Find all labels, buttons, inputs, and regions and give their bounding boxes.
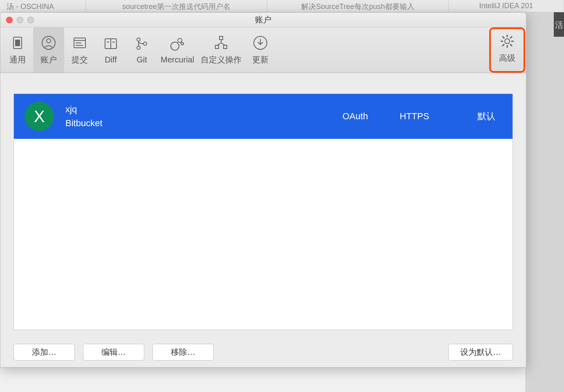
background-sidebar: [525, 12, 564, 392]
accounts-content: X xjq Bitbucket OAuth HTTPS 默认 添加… 编辑… 移…: [0, 73, 526, 367]
spacer: [222, 344, 440, 361]
svg-point-16: [178, 38, 182, 42]
tab-label: 自定义操作: [201, 54, 242, 65]
git-icon: [134, 36, 150, 52]
button-bar: 添加… 编辑… 移除… 设为默认…: [13, 330, 513, 361]
mercurial-icon: [169, 36, 186, 52]
edit-button[interactable]: 编辑…: [83, 344, 144, 361]
tab-label: Mercurial: [161, 55, 194, 65]
tab-label: 提交: [72, 54, 88, 65]
account-columns: OAuth HTTPS 默认: [342, 110, 502, 122]
svg-point-3: [47, 39, 51, 43]
window-titlebar[interactable]: 账户: [0, 13, 526, 27]
set-default-button[interactable]: 设为默认…: [448, 344, 513, 361]
svg-rect-19: [215, 45, 219, 49]
diff-icon: [103, 36, 119, 52]
account-username: xjq: [65, 104, 331, 115]
update-icon: [252, 35, 269, 51]
background-browser-tabs: 汤 - OSCHINA sourcetree第一次推送代码用户名 解决Sourc…: [0, 0, 564, 12]
tab-general[interactable]: 通用: [2, 27, 33, 73]
svg-point-15: [171, 42, 179, 50]
tab-label: Diff: [105, 55, 117, 65]
account-info: xjq Bitbucket: [65, 104, 331, 129]
remove-button[interactable]: 移除…: [152, 344, 214, 361]
gear-icon: [499, 33, 515, 49]
tab-git[interactable]: Git: [126, 27, 157, 73]
bg-tab[interactable]: IntelliJ IDEA 201: [449, 0, 564, 12]
svg-point-17: [181, 42, 184, 45]
svg-rect-1: [15, 40, 20, 46]
tab-accounts[interactable]: 账户: [33, 27, 64, 73]
svg-point-22: [505, 39, 510, 44]
svg-rect-18: [219, 36, 223, 40]
tab-diff[interactable]: Diff: [95, 27, 126, 73]
tab-label: 通用: [9, 54, 26, 65]
svg-point-13: [137, 46, 140, 49]
annotation-highlight: 高级: [489, 27, 525, 73]
toolbar-spacer: [276, 27, 489, 73]
tab-update[interactable]: 更新: [245, 27, 276, 73]
background-sidebar-dark: 活: [554, 12, 564, 37]
commit-icon: [72, 35, 88, 51]
tab-label: 高级: [499, 53, 515, 64]
add-button[interactable]: 添加…: [13, 344, 75, 361]
window-title: 账户: [0, 14, 526, 25]
preferences-window: 账户 通用 账户 提交 Diff: [0, 12, 526, 368]
account-auth: OAuth: [342, 111, 383, 122]
tab-label: 账户: [40, 54, 57, 65]
bg-tab[interactable]: 汤 - OSCHINA: [0, 0, 86, 12]
tab-label: 更新: [252, 54, 269, 65]
account-protocol: HTTPS: [400, 111, 461, 122]
account-row[interactable]: X xjq Bitbucket OAuth HTTPS 默认: [14, 94, 513, 139]
account-service: Bitbucket: [65, 118, 331, 129]
account-default-label: 默认: [477, 110, 502, 122]
general-icon: [9, 35, 26, 51]
svg-rect-20: [224, 45, 227, 49]
preferences-toolbar: 通用 账户 提交 Diff Git: [0, 27, 526, 73]
tab-commit[interactable]: 提交: [64, 27, 95, 73]
svg-point-12: [137, 38, 140, 41]
bg-tab[interactable]: 解决SourceTree每次push都要输入: [267, 0, 449, 12]
tab-mercurial[interactable]: Mercurial: [157, 27, 197, 73]
bg-tab[interactable]: sourcetree第一次推送代码用户名: [86, 0, 267, 12]
custom-actions-icon: [213, 35, 229, 51]
accounts-icon: [40, 35, 57, 51]
tab-advanced[interactable]: 高级: [492, 30, 523, 67]
tab-label: Git: [137, 55, 147, 65]
accounts-list[interactable]: X xjq Bitbucket OAuth HTTPS 默认: [13, 94, 513, 330]
avatar: X: [25, 102, 54, 131]
tab-custom-actions[interactable]: 自定义操作: [197, 27, 245, 73]
svg-point-14: [143, 42, 147, 45]
